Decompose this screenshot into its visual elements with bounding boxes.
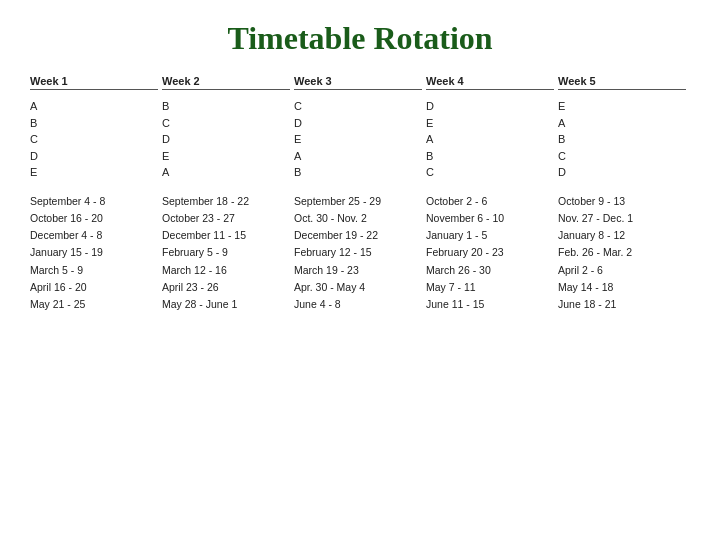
date-range: September 4 - 8 [30, 193, 158, 210]
rotation-letter: A [294, 148, 422, 165]
date-range: March 19 - 23 [294, 262, 422, 279]
page: Timetable Rotation Week 1ABCDESeptember … [0, 0, 720, 540]
dates-col-5: October 9 - 13Nov. 27 - Dec. 1January 8 … [558, 193, 686, 314]
rotation-letter: C [294, 98, 422, 115]
rotation-letter: E [162, 148, 290, 165]
date-range: October 16 - 20 [30, 210, 158, 227]
rotation-letter: C [426, 164, 554, 181]
date-range: Apr. 30 - May 4 [294, 279, 422, 296]
dates-col-3: September 25 - 29Oct. 30 - Nov. 2Decembe… [294, 193, 422, 314]
date-range: March 26 - 30 [426, 262, 554, 279]
date-range: March 5 - 9 [30, 262, 158, 279]
rotation-letters-3: CDEAB [294, 98, 422, 181]
column-3: Week 3CDEABSeptember 25 - 29Oct. 30 - No… [294, 75, 426, 520]
date-range: Feb. 26 - Mar. 2 [558, 244, 686, 261]
rotation-letter: B [426, 148, 554, 165]
date-range: September 18 - 22 [162, 193, 290, 210]
rotation-letter: A [162, 164, 290, 181]
rotation-letters-5: EABCD [558, 98, 686, 181]
date-range: January 1 - 5 [426, 227, 554, 244]
date-range: December 19 - 22 [294, 227, 422, 244]
date-range: February 5 - 9 [162, 244, 290, 261]
dates-col-4: October 2 - 6November 6 - 10January 1 - … [426, 193, 554, 314]
date-range: January 15 - 19 [30, 244, 158, 261]
date-range: March 12 - 16 [162, 262, 290, 279]
date-range: September 25 - 29 [294, 193, 422, 210]
rotation-letter: E [426, 115, 554, 132]
column-1: Week 1ABCDESeptember 4 - 8October 16 - 2… [30, 75, 162, 520]
dates-col-2: September 18 - 22October 23 - 27December… [162, 193, 290, 314]
column-5: Week 5EABCDOctober 9 - 13Nov. 27 - Dec. … [558, 75, 690, 520]
rotation-letter: D [558, 164, 686, 181]
date-range: December 11 - 15 [162, 227, 290, 244]
rotation-letter: A [426, 131, 554, 148]
rotation-letter: D [162, 131, 290, 148]
rotation-letters-4: DEABC [426, 98, 554, 181]
rotation-letter: C [30, 131, 158, 148]
rotation-letter: A [558, 115, 686, 132]
dates-col-1: September 4 - 8October 16 - 20December 4… [30, 193, 158, 314]
rotation-letter: B [162, 98, 290, 115]
date-range: April 2 - 6 [558, 262, 686, 279]
rotation-letters-2: BCDEA [162, 98, 290, 181]
date-range: October 23 - 27 [162, 210, 290, 227]
rotation-letter: C [558, 148, 686, 165]
rotation-letter: B [30, 115, 158, 132]
page-title: Timetable Rotation [30, 20, 690, 57]
date-range: May 14 - 18 [558, 279, 686, 296]
rotation-letter: C [162, 115, 290, 132]
date-range: February 20 - 23 [426, 244, 554, 261]
date-range: June 11 - 15 [426, 296, 554, 313]
rotation-letter: E [294, 131, 422, 148]
date-range: January 8 - 12 [558, 227, 686, 244]
rotation-letter: B [294, 164, 422, 181]
week-header-3: Week 3 [294, 75, 422, 90]
date-range: April 16 - 20 [30, 279, 158, 296]
date-range: May 7 - 11 [426, 279, 554, 296]
date-range: May 28 - June 1 [162, 296, 290, 313]
date-range: April 23 - 26 [162, 279, 290, 296]
date-range: November 6 - 10 [426, 210, 554, 227]
date-range: May 21 - 25 [30, 296, 158, 313]
date-range: June 4 - 8 [294, 296, 422, 313]
date-range: June 18 - 21 [558, 296, 686, 313]
column-4: Week 4DEABCOctober 2 - 6November 6 - 10J… [426, 75, 558, 520]
rotation-letter: B [558, 131, 686, 148]
week-header-5: Week 5 [558, 75, 686, 90]
week-header-2: Week 2 [162, 75, 290, 90]
rotation-letters-1: ABCDE [30, 98, 158, 181]
rotation-letter: D [426, 98, 554, 115]
rotation-letter: D [30, 148, 158, 165]
date-range: Nov. 27 - Dec. 1 [558, 210, 686, 227]
date-range: December 4 - 8 [30, 227, 158, 244]
week-header-1: Week 1 [30, 75, 158, 90]
week-header-4: Week 4 [426, 75, 554, 90]
timetable: Week 1ABCDESeptember 4 - 8October 16 - 2… [30, 75, 690, 520]
rotation-letter: D [294, 115, 422, 132]
date-range: Oct. 30 - Nov. 2 [294, 210, 422, 227]
column-2: Week 2BCDEASeptember 18 - 22October 23 -… [162, 75, 294, 520]
date-range: October 2 - 6 [426, 193, 554, 210]
rotation-letter: E [558, 98, 686, 115]
rotation-letter: A [30, 98, 158, 115]
date-range: October 9 - 13 [558, 193, 686, 210]
rotation-letter: E [30, 164, 158, 181]
date-range: February 12 - 15 [294, 244, 422, 261]
